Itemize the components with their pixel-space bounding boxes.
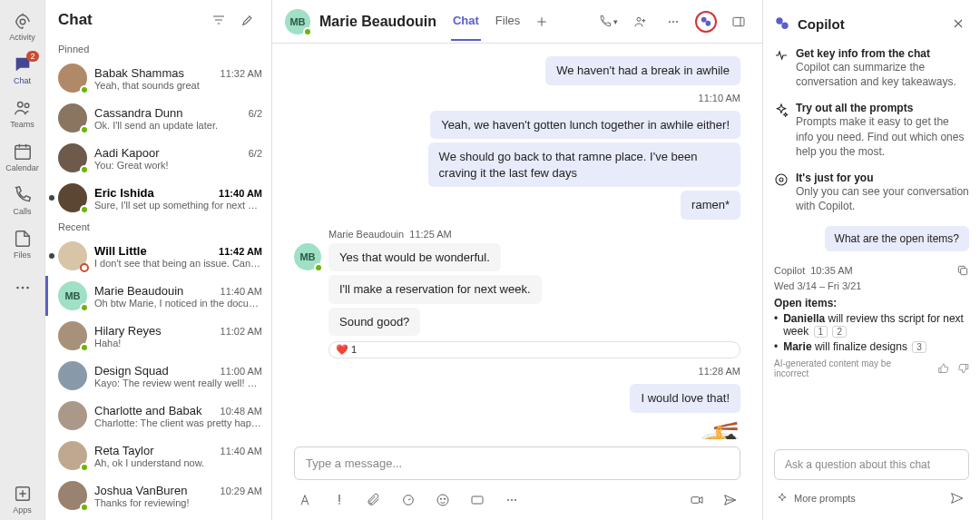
add-tab-icon[interactable] xyxy=(531,11,553,33)
rail-calendar[interactable]: Calendar xyxy=(1,136,44,178)
section-pinned: Pinned xyxy=(45,40,271,58)
conversation-item[interactable]: Babak Shammas11:32 AMYeah, that sounds g… xyxy=(45,58,271,98)
svg-point-9 xyxy=(669,21,671,23)
tab-files[interactable]: Files xyxy=(494,2,522,41)
loop-icon[interactable] xyxy=(397,489,419,511)
copilot-user-prompt: What are the open items? xyxy=(825,226,969,251)
send-icon[interactable] xyxy=(719,489,740,511)
compose-input[interactable]: Type a message... xyxy=(294,446,740,480)
copilot-toggle-icon[interactable] xyxy=(695,11,717,33)
tab-chat[interactable]: Chat xyxy=(451,2,481,41)
conversation-item[interactable]: Reta Taylor11:40 AMAh, ok I understand n… xyxy=(45,436,271,476)
avatar xyxy=(58,481,87,510)
conversation-item[interactable]: MBMarie Beaudouin11:40 AMOh btw Marie, I… xyxy=(45,276,271,316)
close-icon[interactable] xyxy=(947,13,969,34)
format-icon[interactable] xyxy=(294,489,316,511)
svg-point-4 xyxy=(16,287,19,289)
rail-calls[interactable]: Calls xyxy=(1,180,44,221)
conversation-item[interactable]: DFDaichi Fukuda10:20 AMYou: Thank you!! xyxy=(45,515,271,520)
video-clip-icon[interactable] xyxy=(686,489,708,511)
conversation-item[interactable]: Eric Ishida11:40 AMSure, I'll set up som… xyxy=(45,178,271,218)
avatar xyxy=(58,64,87,93)
more-compose-icon[interactable] xyxy=(501,489,523,511)
message-out[interactable]: ramen* xyxy=(681,191,740,220)
avatar: MB xyxy=(294,243,321,270)
app-rail: ActivityChat2TeamsCalendarCallsFilesApps xyxy=(0,0,45,520)
sparkle-icon xyxy=(776,492,789,505)
rail-files[interactable]: Files xyxy=(1,223,44,265)
svg-point-14 xyxy=(437,495,448,505)
copilot-suggestion[interactable]: Get key info from the chatCopilot can su… xyxy=(774,47,969,89)
message-in[interactable]: Yes that would be wonderful. xyxy=(328,243,501,272)
copilot-send-icon[interactable] xyxy=(946,487,967,509)
copilot-logo-icon xyxy=(774,15,790,32)
conversation-item[interactable]: Will Little11:42 AMI don't see that bein… xyxy=(45,236,271,276)
chat-title: Marie Beaudouin xyxy=(319,14,436,30)
thumbs-down-icon[interactable] xyxy=(957,362,970,375)
svg-point-19 xyxy=(511,499,513,501)
message-out[interactable]: I would love that! xyxy=(630,384,740,413)
section-recent: Recent xyxy=(45,218,271,236)
rail-teams[interactable]: Teams xyxy=(1,93,44,134)
conversation-item[interactable]: Joshua VanBuren10:29 AMThanks for review… xyxy=(45,476,271,515)
svg-point-16 xyxy=(444,498,445,499)
rail-more[interactable] xyxy=(1,267,44,309)
copilot-pane: Copilot Get key info from the chatCopilo… xyxy=(762,0,980,520)
conversation-item[interactable]: Design Squad11:00 AMKayo: The review wen… xyxy=(45,356,271,396)
svg-rect-12 xyxy=(733,17,744,25)
chat-list-title: Chat xyxy=(58,11,201,29)
svg-point-5 xyxy=(21,287,24,289)
message-out[interactable]: Yeah, we haven't gotten lunch together i… xyxy=(430,111,740,140)
avatar xyxy=(58,241,87,270)
svg-rect-17 xyxy=(472,496,483,504)
chat-header: MB Marie Beaudouin ChatFiles ▾ xyxy=(272,0,762,44)
message-out[interactable]: We should go back to that ramne place. I… xyxy=(428,142,740,187)
svg-point-2 xyxy=(24,103,29,108)
avatar xyxy=(58,361,87,390)
more-icon[interactable] xyxy=(662,11,684,33)
svg-point-11 xyxy=(676,21,678,23)
svg-point-8 xyxy=(637,17,641,21)
conversation-item[interactable]: Charlotte and Babak10:48 AMCharlotte: Th… xyxy=(45,396,271,436)
svg-point-10 xyxy=(672,21,674,23)
attach-icon[interactable] xyxy=(363,489,385,511)
more-prompts-link[interactable]: More prompts xyxy=(794,493,856,504)
avatar xyxy=(58,183,87,212)
panel-open-icon[interactable] xyxy=(728,11,750,33)
new-chat-icon[interactable] xyxy=(237,9,259,31)
copilot-input[interactable]: Ask a question about this chat xyxy=(774,449,969,480)
svg-rect-24 xyxy=(961,269,967,275)
priority-icon[interactable] xyxy=(328,489,350,511)
rail-chat[interactable]: Chat2 xyxy=(1,49,44,91)
chat-pane: MB Marie Beaudouin ChatFiles ▾ We haven'… xyxy=(272,0,762,520)
reaction-chip[interactable]: ❤️ 1 xyxy=(328,341,740,358)
rail-apps[interactable]: Apps xyxy=(1,478,44,520)
copy-icon[interactable] xyxy=(956,264,969,277)
avatar xyxy=(58,401,87,430)
copilot-suggestion[interactable]: Try out all the promptsPrompts make it e… xyxy=(774,102,969,159)
rail-activity[interactable]: Activity xyxy=(1,5,44,47)
timestamp: 11:28 AM xyxy=(294,366,740,377)
conversation-item[interactable]: Cassandra Dunn6/2Ok. I'll send an update… xyxy=(45,98,271,138)
svg-point-1 xyxy=(17,103,23,108)
message-out[interactable]: We haven't had a break in awhile xyxy=(545,56,740,85)
conversation-item[interactable]: Hilary Reyes11:02 AMHaha! xyxy=(45,316,271,356)
message-in[interactable]: Sound good? xyxy=(328,308,420,337)
message-list: We haven't had a break in awhile11:10 AM… xyxy=(272,44,762,439)
compose-toolbar xyxy=(272,484,762,520)
copilot-title: Copilot xyxy=(798,16,940,32)
gif-icon[interactable] xyxy=(466,489,488,511)
conversation-item[interactable]: Aadi Kapoor6/2You: Great work! xyxy=(45,138,271,178)
copilot-suggestion[interactable]: It's just for youOnly you can see your c… xyxy=(774,172,969,213)
filter-icon[interactable] xyxy=(208,9,230,31)
avatar xyxy=(58,103,87,132)
call-icon[interactable]: ▾ xyxy=(597,11,619,33)
avatar xyxy=(58,321,87,350)
svg-point-15 xyxy=(440,498,441,499)
svg-point-23 xyxy=(779,178,783,182)
message-in[interactable]: I'll make a reservation for next week. xyxy=(328,275,542,304)
thumbs-up-icon[interactable] xyxy=(937,362,950,375)
people-add-icon[interactable] xyxy=(630,11,652,33)
emoji-icon[interactable] xyxy=(432,489,454,511)
svg-rect-21 xyxy=(691,497,700,504)
